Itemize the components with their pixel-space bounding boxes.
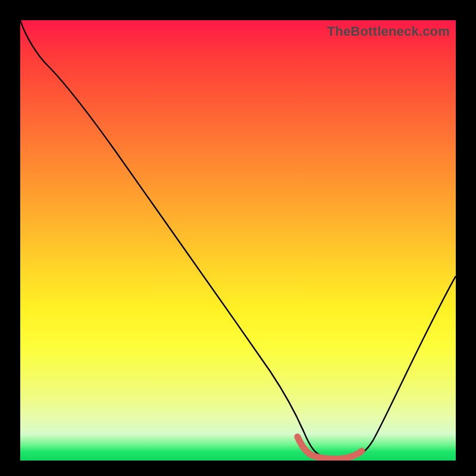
plot-area: TheBottleneck.com bbox=[20, 20, 456, 461]
curve-path bbox=[20, 20, 456, 458]
bottleneck-curve bbox=[20, 20, 456, 461]
chart-frame: TheBottleneck.com bbox=[0, 0, 476, 476]
